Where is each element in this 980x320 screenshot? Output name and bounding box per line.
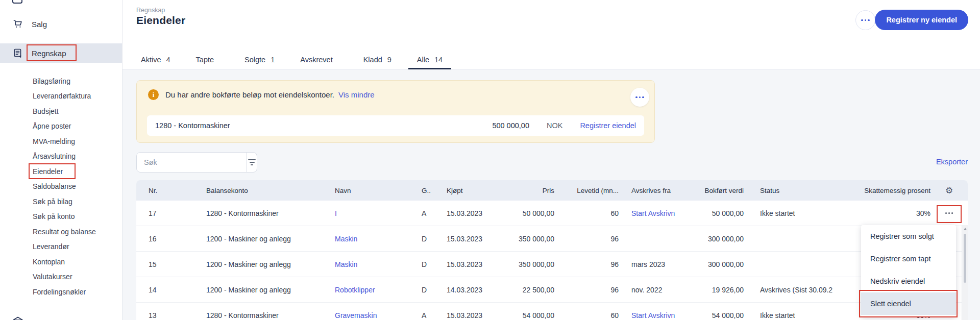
cell-kjopt: 14.03.2023 — [447, 286, 508, 294]
sidebar-subitem[interactable]: Kontoplan — [0, 254, 122, 269]
sidebar-subitem[interactable]: Leverandørfaktura — [0, 89, 122, 104]
column-header[interactable]: Avskrives fra — [619, 187, 688, 194]
scrollbar-thumb[interactable] — [964, 234, 966, 283]
tab[interactable]: Aktive 4 — [132, 50, 179, 69]
sidebar-subitem[interactable]: Fordelingsnøkler — [0, 284, 122, 300]
sidebar: Salg Regnskap Bilagsføring Leverandørfak… — [0, 0, 122, 320]
info-icon: i — [148, 89, 159, 100]
column-header[interactable]: G.. — [422, 187, 447, 194]
cell-balansekonto: 1280 - Kontormaskiner — [206, 311, 335, 319]
search-input[interactable] — [137, 153, 247, 172]
table-row[interactable]: 17 1280 - Kontormaskiner I A 15.03.2023 … — [136, 201, 968, 226]
cell-gruppe: D — [422, 286, 447, 294]
register-new-asset-button[interactable]: Registrer ny eiendel — [875, 10, 968, 30]
main-page: Regnskap Eiendeler Registrer ny eiendel … — [122, 0, 980, 320]
column-header[interactable]: Bokført verdi — [688, 187, 744, 194]
cell-pris: 54 000,00 — [508, 311, 554, 319]
sidebar-item-bank[interactable] — [0, 311, 122, 320]
table-row[interactable]: 16 1200 - Maskiner og anlegg Maskin D 15… — [136, 226, 968, 252]
register-asset-link[interactable]: Registrer eiendel — [580, 121, 636, 130]
cell-navn-link[interactable]: Gravemaskin — [335, 311, 422, 319]
cell-kjopt: 15.03.2023 — [447, 311, 508, 319]
tab[interactable]: Avskrevet — [291, 50, 346, 69]
table-header-row: Nr. Balansekonto Navn G.. Kjøpt Pris Lev… — [136, 180, 968, 201]
account-row: 1280 - Kontormaskiner 500 000,00 NOK Reg… — [147, 115, 644, 136]
cell-avskrives-fra[interactable]: mars 2023 — [619, 260, 688, 268]
banner-more-button[interactable] — [630, 88, 649, 107]
cell-skattemessig-prosent: 30% — [854, 209, 930, 217]
cell-avskrives-fra[interactable]: Start Avskrivn — [619, 311, 688, 319]
show-less-link[interactable]: Vis mindre — [338, 90, 375, 99]
search-group — [136, 152, 257, 173]
sidebar-subitem[interactable]: Leverandør — [0, 239, 122, 255]
account-name: 1280 - Kontormaskiner — [155, 121, 230, 130]
kebab-icon — [945, 212, 953, 214]
cell-avskrives-fra[interactable]: nov. 2022 — [619, 286, 688, 294]
row-more-button[interactable] — [930, 212, 968, 214]
cell-navn-link[interactable]: Maskin — [335, 260, 422, 268]
column-header[interactable]: Kjøpt — [447, 187, 508, 194]
sidebar-subitem[interactable]: Årsavslutning — [0, 149, 122, 164]
cell-navn-link[interactable]: Maskin — [335, 235, 422, 243]
tab[interactable]: Alle 14 — [408, 50, 451, 69]
sidebar-subitem[interactable]: Søk på konto — [0, 209, 122, 225]
column-header[interactable]: Levetid (mn... — [554, 187, 619, 194]
column-header[interactable]: Skattemessig prosent — [854, 187, 930, 194]
vertical-scrollbar[interactable] — [962, 225, 968, 320]
sidebar-item-salg[interactable]: Salg — [0, 14, 122, 34]
sidebar-subitem[interactable]: Resultat og balanse — [0, 224, 122, 239]
table-row[interactable]: 14 1200 - Maskiner og anlegg Robotklippe… — [136, 277, 968, 303]
context-menu-item[interactable]: Nedskriv eiendel — [861, 270, 956, 292]
cell-bokfort-verdi: 19 926,00 — [688, 286, 744, 294]
tab[interactable]: Kladd 9 — [355, 50, 400, 69]
row-context-menu: Registrer som solgt Registrer som tapt N… — [861, 225, 956, 317]
cell-avskrives-fra[interactable]: Start Avskrivn — [619, 209, 688, 217]
column-header[interactable]: Nr. — [149, 187, 206, 194]
column-header[interactable]: Navn — [335, 187, 422, 194]
cell-balansekonto: 1200 - Maskiner og anlegg — [206, 235, 335, 243]
sidebar-item-regnskap[interactable]: Regnskap — [0, 43, 122, 63]
filter-button[interactable] — [247, 153, 257, 172]
context-menu-item[interactable]: Registrer som solgt — [861, 225, 956, 248]
table-row[interactable]: 15 1200 - Maskiner og anlegg Maskin D 15… — [136, 252, 968, 277]
cell-kjopt: 15.03.2023 — [447, 235, 508, 243]
sidebar-submenu: Bilagsføring Leverandørfaktura Budsjett … — [0, 73, 122, 300]
sidebar-subitem[interactable]: MVA-melding — [0, 134, 122, 149]
tab[interactable]: Solgte 1 — [236, 50, 283, 69]
cell-bokfort-verdi: 50 000,00 — [688, 209, 744, 217]
sidebar-subitem[interactable]: Bilagsføring — [0, 73, 122, 89]
page-title: Eiendeler — [136, 14, 185, 27]
cell-levetid: 96 — [554, 235, 619, 243]
cell-nr: 15 — [149, 260, 206, 268]
scrollbar-up-arrow-icon[interactable] — [964, 228, 967, 230]
sidebar-subitem[interactable]: Valutakurser — [0, 269, 122, 285]
column-header[interactable]: Pris — [508, 187, 554, 194]
cell-nr: 14 — [149, 286, 206, 294]
cell-navn-link[interactable]: Robotklipper — [335, 286, 422, 294]
cell-pris: 350 000,00 — [508, 235, 554, 243]
tab[interactable]: Tapte — [187, 50, 228, 69]
tab-bar: Aktive 4 Tapte Solgte 1 Avskrevet — [122, 50, 980, 69]
export-link[interactable]: Eksporter — [936, 158, 968, 166]
cell-pris: 22 500,00 — [508, 286, 554, 294]
sidebar-subitem[interactable]: Søk på bilag — [0, 194, 122, 209]
context-menu-item[interactable]: Registrer som tapt — [861, 248, 956, 270]
column-header[interactable]: Balansekonto — [206, 187, 335, 194]
tab-count: 4 — [166, 56, 170, 64]
sidebar-subitem[interactable]: Åpne poster — [0, 119, 122, 134]
sidebar-subitem[interactable]: Eiendeler — [0, 164, 122, 179]
sidebar-subitem[interactable]: Budsjett — [0, 104, 122, 119]
header-more-button[interactable] — [855, 10, 875, 30]
bank-icon — [12, 315, 23, 320]
tab-count: 1 — [271, 56, 275, 64]
table-settings-gear-icon[interactable]: ⚙ — [930, 185, 968, 196]
cell-nr: 16 — [149, 235, 206, 243]
cell-bokfort-verdi: 300 000,00 — [688, 260, 744, 268]
context-menu-item[interactable]: Slett eiendel — [861, 292, 956, 315]
table-row[interactable]: 13 1280 - Kontormaskiner Gravemaskin A 1… — [136, 303, 968, 320]
account-amount: 500 000,00 — [492, 121, 529, 130]
cart-icon — [12, 18, 23, 30]
cell-navn-link[interactable]: I — [335, 209, 422, 217]
column-header[interactable]: Status — [744, 187, 854, 194]
sidebar-subitem[interactable]: Saldobalanse — [0, 179, 122, 194]
